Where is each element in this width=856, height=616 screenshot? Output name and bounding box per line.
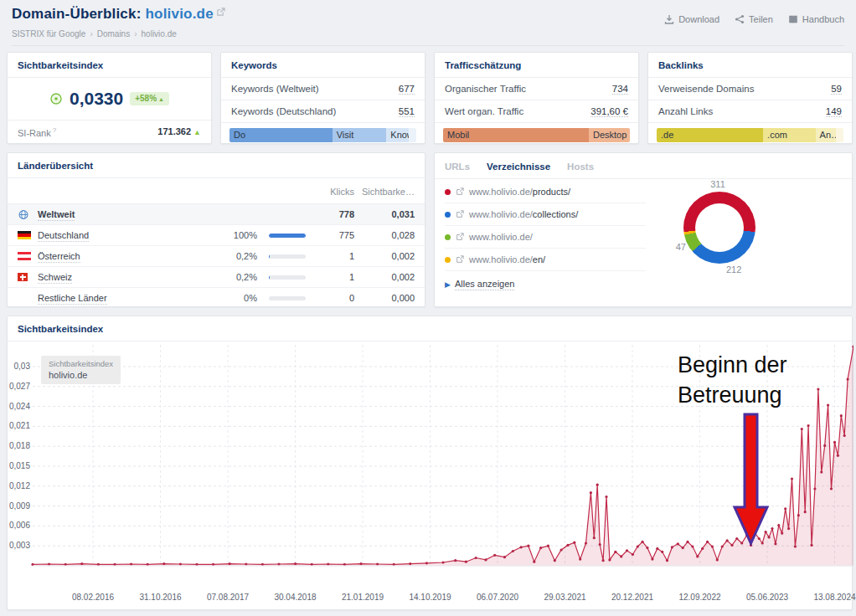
country-bar: [257, 234, 306, 238]
path-list-item[interactable]: www.holivio.de/: [445, 226, 646, 249]
breadcrumb-item[interactable]: SISTRIX für Google: [12, 29, 85, 38]
card-title: Backlinks: [648, 53, 852, 78]
x-tick-label: 13.08.2024: [813, 593, 855, 602]
bar-segment: Desktop: [589, 128, 630, 142]
keywords-intent-bar: DoVisitKnow: [229, 128, 416, 142]
kv-label: Organischer Traffic: [445, 84, 526, 94]
breadcrumb: SISTRIX für Google›Domains›holivio.de: [12, 29, 844, 38]
country-si: 0,002: [354, 272, 415, 282]
breadcrumb-item[interactable]: holivio.de: [142, 29, 177, 38]
country-table: Weltweit7780,031Deutschland100%7750,028Ö…: [8, 204, 425, 309]
x-tick-label: 20.12.2021: [611, 593, 653, 602]
kv-value[interactable]: 551: [399, 106, 415, 117]
country-flag-icon: [18, 273, 38, 281]
header-actions: Download Teilen Handbuch: [664, 14, 844, 24]
kv-label: Wert organ. Traffic: [445, 106, 523, 116]
book-icon: [788, 14, 798, 24]
breadcrumb-item[interactable]: Domains: [97, 29, 130, 38]
kv-value[interactable]: 59: [831, 84, 842, 95]
show-all-link[interactable]: ▶ Alles anzeigen: [445, 279, 514, 290]
country-si: 0,000: [354, 293, 415, 303]
panel-sichtbarkeitsindex-chart: Sichtbarkeitsindex Sichtbarkeitsindex ho…: [7, 316, 853, 610]
chart-legend: Sichtbarkeitsindex holivio.de: [41, 356, 121, 384]
kv-value[interactable]: 391,60 €: [590, 106, 628, 117]
kv-value[interactable]: 677: [399, 84, 415, 95]
card-title: Trafficschätzung: [435, 53, 638, 78]
y-tick-label: 0,024: [8, 402, 30, 411]
country-klicks: 775: [306, 230, 354, 240]
country-klicks: 0: [306, 293, 354, 303]
bar-segment: [836, 128, 843, 142]
country-bar: [257, 296, 306, 300]
legend-series-name: Sichtbarkeitsindex: [49, 359, 113, 368]
card-trafficschaetzung: Trafficschätzung Organischer Traffic 734…: [434, 52, 639, 144]
y-tick-label: 0,006: [8, 521, 30, 530]
show-all-label: Alles anzeigen: [455, 279, 515, 290]
panel-verzeichnisse: URLs Verzeichnisse Hosts www.holivio.de/…: [434, 152, 853, 307]
download-label: Download: [678, 14, 719, 24]
external-link-icon: [456, 210, 464, 218]
referring-domains-row: Verweisende Domains 59: [648, 78, 852, 100]
card-title: Sichtbarkeitsindex: [8, 53, 211, 78]
country-flag-icon: [18, 209, 38, 220]
page-header: Domain-Überblick: holivio.de Download Te…: [0, 0, 856, 46]
x-tick-label: 31.10.2016: [139, 593, 181, 602]
path-url: www.holivio.de/en/: [469, 254, 545, 264]
country-name[interactable]: Deutschland: [38, 229, 89, 242]
country-percent: 0,2%: [219, 272, 257, 282]
series-dot-icon: [445, 212, 451, 218]
organic-traffic-row: Organischer Traffic 734: [435, 78, 638, 100]
bar-segment: Know: [386, 128, 409, 142]
legend-domain: holivio.de: [49, 370, 113, 380]
bar-segment: .de: [657, 128, 763, 142]
x-tick-label: 30.04.2018: [274, 593, 316, 602]
page-title-prefix: Domain-Überblick:: [12, 6, 142, 22]
country-name[interactable]: Weltweit: [38, 208, 75, 221]
device-split-bar: MobilDesktop: [443, 128, 630, 142]
y-tick-label: 0,003: [8, 541, 30, 550]
bar-segment: [409, 128, 416, 142]
tab-verzeichnisse[interactable]: Verzeichnisse: [487, 162, 550, 172]
x-tick-label: 05.06.2023: [746, 593, 788, 602]
kv-label: Verweisende Domains: [658, 84, 754, 94]
external-link-icon: [456, 255, 464, 264]
panel-laenderuebersicht: Länderübersicht Klicks Sichtbarke… Weltw…: [7, 152, 425, 307]
country-name[interactable]: Österreich: [38, 250, 80, 263]
tab-urls[interactable]: URLs: [445, 162, 470, 172]
help-icon[interactable]: ?: [53, 126, 56, 134]
country-si: 0,002: [354, 251, 415, 261]
x-tick-label: 21.01.2019: [342, 593, 384, 602]
country-flag-icon: [18, 252, 38, 260]
country-si: 0,028: [354, 230, 415, 240]
path-list-item[interactable]: www.holivio.de/collections/: [445, 203, 646, 226]
country-name[interactable]: Restliche Länder: [38, 292, 107, 305]
handbook-button[interactable]: Handbuch: [788, 14, 844, 24]
country-flag-icon: [18, 294, 38, 302]
download-icon: [664, 14, 674, 24]
si-value: 0,0330: [70, 89, 123, 109]
tab-hosts[interactable]: Hosts: [567, 162, 594, 172]
bar-segment: Mobil: [443, 128, 589, 142]
country-name[interactable]: Schweiz: [38, 271, 72, 284]
si-rank-value: 171.362▲: [157, 126, 201, 138]
card-sichtbarkeitsindex: Sichtbarkeitsindex 0,0330 +58%▲ SI-Rank?…: [7, 52, 212, 144]
domain-link[interactable]: holivio.de: [145, 6, 213, 22]
path-list: www.holivio.de/products/www.holivio.de/c…: [435, 179, 646, 271]
kv-value[interactable]: 149: [826, 106, 842, 117]
kv-value[interactable]: 734: [612, 84, 628, 95]
panel-title: Sichtbarkeitsindex: [8, 316, 852, 341]
page-title: Domain-Überblick: holivio.de: [12, 6, 225, 23]
country-bar: [257, 254, 306, 259]
si-target-icon: [49, 92, 63, 105]
bar-segment: .com: [763, 128, 815, 142]
kv-label: Keywords (Deutschland): [231, 106, 336, 116]
donut-label-collections: 212: [726, 264, 741, 275]
y-tick-label: 0,018: [8, 441, 30, 450]
download-button[interactable]: Download: [664, 14, 719, 24]
share-button[interactable]: Teilen: [735, 14, 773, 24]
x-tick-label: 07.08.2017: [207, 593, 249, 602]
external-link-icon: [216, 8, 225, 17]
path-list-item[interactable]: www.holivio.de/en/: [445, 249, 646, 271]
path-list-item[interactable]: www.holivio.de/products/: [445, 181, 646, 203]
series-dot-icon: [445, 257, 451, 263]
